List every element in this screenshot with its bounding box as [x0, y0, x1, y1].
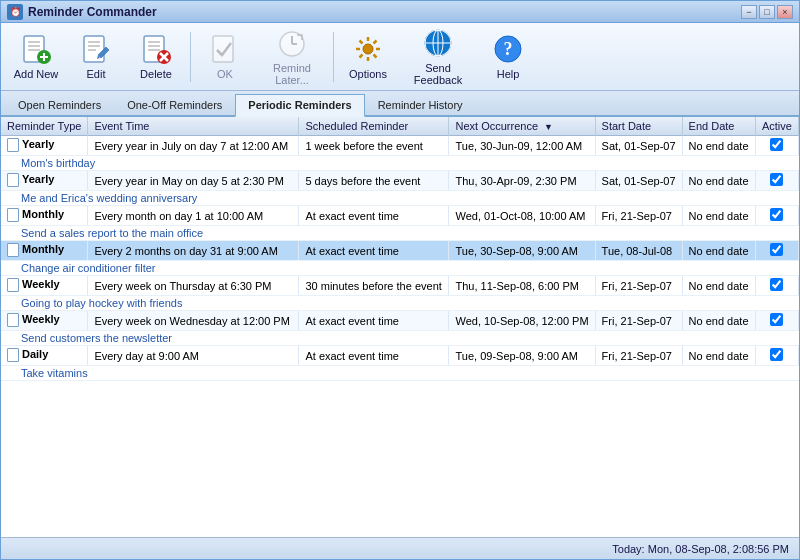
- add-new-icon: [20, 33, 52, 65]
- toolbar-sep-2: [333, 32, 334, 82]
- list-item: Change air conditioner filter: [1, 261, 799, 276]
- table-row[interactable]: Daily Every day at 9:00 AM At exact even…: [1, 346, 799, 366]
- tab-periodic-reminders[interactable]: Periodic Reminders: [235, 94, 364, 117]
- sub-label: Send a sales report to the main office: [1, 226, 799, 241]
- cell-start-date: Sat, 01-Sep-07: [595, 136, 682, 156]
- col-start-date[interactable]: Start Date: [595, 117, 682, 136]
- col-end-date[interactable]: End Date: [682, 117, 755, 136]
- cell-scheduled: 1 week before the event: [299, 136, 449, 156]
- sub-label: Mom's birthday: [1, 156, 799, 171]
- list-item: Send customers the newsletter: [1, 331, 799, 346]
- tab-reminder-history[interactable]: Reminder History: [365, 94, 476, 115]
- window-controls: − □ ×: [741, 5, 793, 19]
- add-new-button[interactable]: Add New: [7, 28, 65, 86]
- table-row[interactable]: Yearly Every year in May on day 5 at 2:3…: [1, 171, 799, 191]
- cell-event-time: Every year in July on day 7 at 12:00 AM: [88, 136, 299, 156]
- delete-label: Delete: [140, 68, 172, 80]
- cell-start-date: Sat, 01-Sep-07: [595, 171, 682, 191]
- cell-active[interactable]: [755, 311, 798, 331]
- tab-one-off-reminders[interactable]: One-Off Reminders: [114, 94, 235, 115]
- table-row[interactable]: Yearly Every year in July on day 7 at 12…: [1, 136, 799, 156]
- cell-event-time: Every week on Thursday at 6:30 PM: [88, 276, 299, 296]
- active-checkbox[interactable]: [770, 173, 783, 186]
- list-item: Mom's birthday: [1, 156, 799, 171]
- send-feedback-button[interactable]: Send Feedback: [399, 28, 477, 86]
- sub-label: Me and Erica's wedding anniversary: [1, 191, 799, 206]
- active-checkbox[interactable]: [770, 243, 783, 256]
- cell-active[interactable]: [755, 171, 798, 191]
- tab-open-reminders[interactable]: Open Reminders: [5, 94, 114, 115]
- svg-point-22: [363, 44, 373, 54]
- cell-active[interactable]: [755, 346, 798, 366]
- cell-event-time: Every month on day 1 at 10:00 AM: [88, 206, 299, 226]
- svg-line-29: [374, 41, 377, 44]
- remind-later-button[interactable]: Remind Later...: [256, 28, 328, 86]
- status-today-label: Today:: [612, 543, 644, 555]
- active-checkbox[interactable]: [770, 138, 783, 151]
- doc-icon: [7, 313, 19, 327]
- options-label: Options: [349, 68, 387, 80]
- status-today-value: Mon, 08-Sep-08, 2:08:56 PM: [648, 543, 789, 555]
- delete-button[interactable]: Delete: [127, 28, 185, 86]
- table-row[interactable]: Weekly Every week on Wednesday at 12:00 …: [1, 311, 799, 331]
- cell-end-date: No end date: [682, 171, 755, 191]
- cell-event-time: Every 2 months on day 31 at 9:00 AM: [88, 241, 299, 261]
- delete-icon: [140, 33, 172, 65]
- toolbar-sep-1: [190, 32, 191, 82]
- cell-next-occ: Thu, 30-Apr-09, 2:30 PM: [449, 171, 595, 191]
- edit-button[interactable]: Edit: [67, 28, 125, 86]
- col-reminder-type[interactable]: Reminder Type: [1, 117, 88, 136]
- cell-type: Daily: [1, 346, 88, 366]
- close-button[interactable]: ×: [777, 5, 793, 19]
- list-item: Send a sales report to the main office: [1, 226, 799, 241]
- active-checkbox[interactable]: [770, 278, 783, 291]
- cell-active[interactable]: [755, 136, 798, 156]
- active-checkbox[interactable]: [770, 313, 783, 326]
- doc-icon: [7, 138, 19, 152]
- cell-type: Yearly: [1, 171, 88, 191]
- col-event-time[interactable]: Event Time: [88, 117, 299, 136]
- help-label: Help: [497, 68, 520, 80]
- col-scheduled-reminder[interactable]: Scheduled Reminder: [299, 117, 449, 136]
- main-window: ⏰ Reminder Commander − □ × Ad: [0, 0, 800, 560]
- restore-button[interactable]: □: [759, 5, 775, 19]
- table-row[interactable]: Monthly Every month on day 1 at 10:00 AM…: [1, 206, 799, 226]
- svg-line-30: [360, 55, 363, 58]
- ok-button[interactable]: OK: [196, 28, 254, 86]
- send-feedback-icon: [422, 27, 454, 59]
- active-checkbox[interactable]: [770, 348, 783, 361]
- cell-end-date: No end date: [682, 311, 755, 331]
- sub-label: Take vitamins: [1, 366, 799, 381]
- doc-icon: [7, 173, 19, 187]
- cell-active[interactable]: [755, 206, 798, 226]
- table-body: Yearly Every year in July on day 7 at 12…: [1, 136, 799, 381]
- sub-label: Send customers the newsletter: [1, 331, 799, 346]
- list-item: Going to play hockey with friends: [1, 296, 799, 311]
- cell-next-occ: Thu, 11-Sep-08, 6:00 PM: [449, 276, 595, 296]
- cell-start-date: Tue, 08-Jul-08: [595, 241, 682, 261]
- window-title: Reminder Commander: [28, 5, 741, 19]
- cell-scheduled: 30 minutes before the event: [299, 276, 449, 296]
- tab-bar: Open Reminders One-Off Reminders Periodi…: [1, 91, 799, 117]
- remind-later-icon: [276, 27, 308, 59]
- col-next-occurrence[interactable]: Next Occurrence ▼: [449, 117, 595, 136]
- cell-end-date: No end date: [682, 276, 755, 296]
- cell-type: Weekly: [1, 311, 88, 331]
- table-row[interactable]: Weekly Every week on Thursday at 6:30 PM…: [1, 276, 799, 296]
- title-bar: ⏰ Reminder Commander − □ ×: [1, 1, 799, 23]
- cell-type: Weekly: [1, 276, 88, 296]
- cell-active[interactable]: [755, 276, 798, 296]
- help-button[interactable]: ? Help: [479, 28, 537, 86]
- active-checkbox[interactable]: [770, 208, 783, 221]
- table-row[interactable]: Monthly Every 2 months on day 31 at 9:00…: [1, 241, 799, 261]
- cell-type: Yearly: [1, 136, 88, 156]
- toolbar: Add New Edit: [1, 23, 799, 91]
- options-button[interactable]: Options: [339, 28, 397, 86]
- table-header-row: Reminder Type Event Time Scheduled Remin…: [1, 117, 799, 136]
- cell-active[interactable]: [755, 241, 798, 261]
- cell-next-occ: Wed, 10-Sep-08, 12:00 PM: [449, 311, 595, 331]
- cell-event-time: Every day at 9:00 AM: [88, 346, 299, 366]
- cell-event-time: Every year in May on day 5 at 2:30 PM: [88, 171, 299, 191]
- minimize-button[interactable]: −: [741, 5, 757, 19]
- col-active[interactable]: Active: [755, 117, 798, 136]
